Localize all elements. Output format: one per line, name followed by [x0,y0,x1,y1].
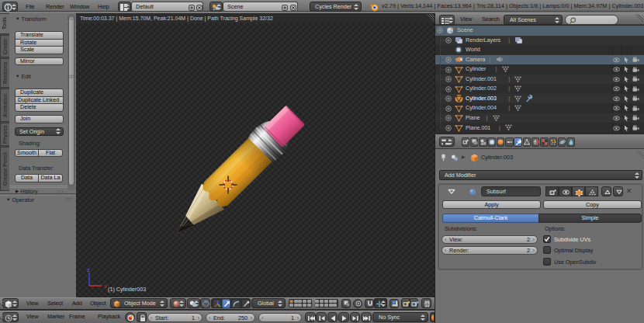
svg-text:z: z [87,267,90,273]
svg-text:x: x [104,283,107,290]
